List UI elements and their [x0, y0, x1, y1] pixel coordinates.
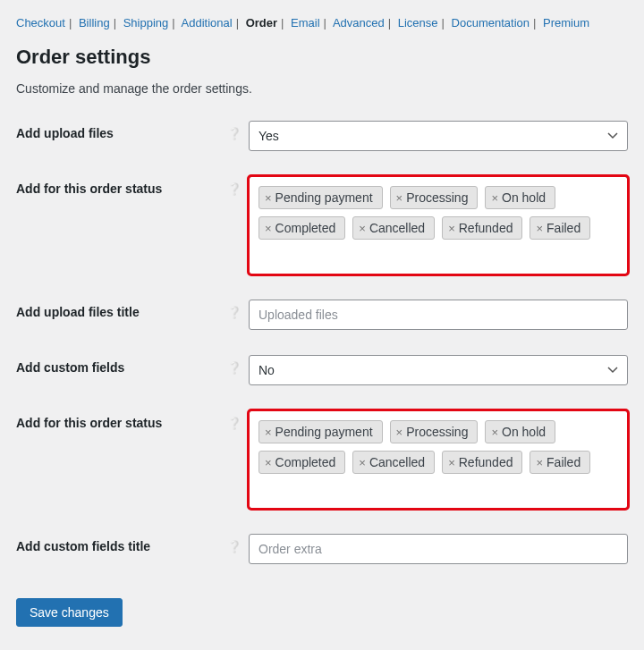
close-icon[interactable]: × — [359, 457, 366, 469]
status-tag[interactable]: ×On hold — [485, 186, 555, 209]
upload-files-select[interactable]: Yes — [249, 121, 628, 151]
status-tag[interactable]: ×Failed — [530, 451, 590, 474]
settings-tabs: Checkout| Billing| Shipping| Additional|… — [16, 16, 628, 30]
help-icon[interactable]: ❔ — [227, 126, 242, 140]
close-icon[interactable]: × — [359, 223, 366, 234]
custom-fields-select[interactable]: No — [249, 355, 628, 385]
custom-title-input[interactable] — [249, 534, 628, 564]
status-tag[interactable]: ×Failed — [530, 216, 590, 240]
status-tag[interactable]: ×Pending payment — [258, 420, 383, 443]
close-icon[interactable]: × — [448, 223, 455, 234]
status-tag[interactable]: ×Processing — [390, 420, 479, 443]
page-subtitle: Customize and manage the order settings. — [16, 81, 628, 96]
save-button[interactable]: Save changes — [16, 598, 123, 627]
upload-files-label: Add upload files — [16, 126, 227, 140]
custom-title-label: Add custom fields title — [16, 539, 227, 553]
tab-license[interactable]: License — [398, 16, 438, 30]
status-tag[interactable]: ×Cancelled — [352, 451, 435, 474]
close-icon[interactable]: × — [265, 192, 272, 204]
status-tag[interactable]: ×Refunded — [442, 451, 522, 474]
upload-status-tagbox[interactable]: ×Pending payment ×Processing ×On hold ×C… — [249, 176, 628, 274]
tab-advanced[interactable]: Advanced — [333, 16, 385, 30]
upload-status-label: Add for this order status — [16, 181, 227, 196]
help-icon[interactable]: ❔ — [227, 181, 242, 196]
custom-status-label: Add for this order status — [16, 416, 227, 430]
help-icon[interactable]: ❔ — [227, 539, 242, 553]
status-tag[interactable]: ×Refunded — [442, 216, 522, 240]
close-icon[interactable]: × — [396, 192, 403, 204]
upload-title-input[interactable] — [249, 300, 628, 330]
custom-fields-label: Add custom fields — [16, 360, 227, 375]
close-icon[interactable]: × — [448, 457, 455, 469]
help-icon[interactable]: ❔ — [227, 416, 242, 430]
tab-email[interactable]: Email — [291, 16, 320, 30]
close-icon[interactable]: × — [265, 223, 272, 234]
close-icon[interactable]: × — [491, 192, 498, 204]
close-icon[interactable]: × — [536, 223, 543, 234]
tab-documentation[interactable]: Documentation — [452, 16, 530, 30]
tab-shipping[interactable]: Shipping — [123, 16, 169, 30]
close-icon[interactable]: × — [265, 426, 272, 438]
status-tag[interactable]: ×Cancelled — [352, 216, 435, 240]
help-icon[interactable]: ❔ — [227, 360, 242, 375]
status-tag[interactable]: ×Completed — [258, 451, 345, 474]
status-tag[interactable]: ×Processing — [390, 186, 479, 209]
custom-status-tagbox[interactable]: ×Pending payment ×Processing ×On hold ×C… — [249, 410, 628, 509]
close-icon[interactable]: × — [265, 457, 272, 469]
tab-order[interactable]: Order — [246, 16, 277, 30]
close-icon[interactable]: × — [536, 457, 543, 469]
tab-additional[interactable]: Additional — [182, 16, 233, 30]
status-tag[interactable]: ×Completed — [258, 216, 345, 240]
page-title: Order settings — [16, 46, 628, 69]
tab-billing[interactable]: Billing — [79, 16, 110, 30]
upload-title-label: Add upload files title — [16, 305, 227, 319]
tab-premium[interactable]: Premium — [543, 16, 589, 30]
close-icon[interactable]: × — [491, 426, 498, 438]
help-icon[interactable]: ❔ — [227, 305, 242, 319]
status-tag[interactable]: ×On hold — [485, 420, 555, 443]
status-tag[interactable]: ×Pending payment — [258, 186, 383, 209]
tab-checkout[interactable]: Checkout — [16, 16, 65, 30]
close-icon[interactable]: × — [396, 426, 403, 438]
